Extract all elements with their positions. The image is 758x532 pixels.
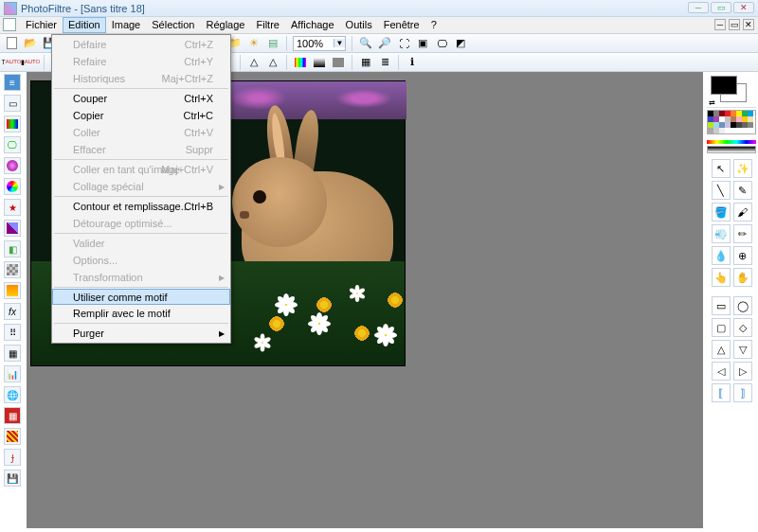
poly-left-shape-icon[interactable]: ◁ <box>712 362 731 381</box>
doc-restore-button[interactable]: ▭ <box>729 19 740 30</box>
menu-item-contour-et-remplissage-[interactable]: Contour et remplissage...Ctrl+B <box>52 198 230 215</box>
crop-icon[interactable]: ◩ <box>453 36 468 51</box>
lt-star-icon[interactable]: ★ <box>4 199 21 216</box>
fit-icon[interactable]: ⛶ <box>396 36 411 51</box>
value-strip[interactable] <box>707 146 756 153</box>
spray-tool-icon[interactable]: 💨 <box>712 224 731 243</box>
menu-item-shortcut: Suppr <box>186 144 213 155</box>
lt-orange-icon[interactable] <box>4 282 21 299</box>
hand-tool-icon[interactable]: ✋ <box>733 268 752 287</box>
menu-reglage[interactable]: Réglage <box>201 17 251 33</box>
menu-selection[interactable]: Sélection <box>146 17 200 33</box>
lt-cross-icon[interactable]: Ɉ <box>4 449 21 466</box>
zoom-combo[interactable]: 100% ▼ <box>293 36 346 51</box>
lt-dots-icon[interactable]: ⠿ <box>4 324 21 341</box>
title-bar: PhotoFiltre - [Sans titre 18] <box>0 0 758 17</box>
gradient-icon[interactable] <box>312 55 327 70</box>
tri-up-shape-icon[interactable]: △ <box>712 340 731 359</box>
ellipse-shape-icon[interactable]: ◯ <box>733 296 752 315</box>
tri-down-shape-icon[interactable]: ▽ <box>733 340 752 359</box>
pointer-tool-icon[interactable]: ↖ <box>712 159 731 178</box>
info-icon[interactable]: ℹ <box>405 55 420 70</box>
doc-close-button[interactable]: ✕ <box>743 19 754 30</box>
brush-tool-icon[interactable]: 🖌 <box>733 203 752 222</box>
rrect-shape-icon[interactable]: ▢ <box>712 318 731 337</box>
lt-patch-icon[interactable]: ▦ <box>4 407 21 424</box>
lt-diag-icon[interactable] <box>4 220 21 237</box>
menu-help[interactable]: ? <box>425 17 442 33</box>
menu-outils[interactable]: Outils <box>340 17 378 33</box>
menu-item-shortcut: Maj+Ctrl+V <box>161 164 213 175</box>
drop-tool-icon[interactable]: 💧 <box>712 246 731 265</box>
bracket-l-icon[interactable]: ⟦ <box>712 383 731 402</box>
menu-fenetre[interactable]: Fenêtre <box>378 17 425 33</box>
palette-cell[interactable] <box>748 122 753 128</box>
smudge-tool-icon[interactable]: 👆 <box>712 268 731 287</box>
zoomin-icon[interactable]: 🔍 <box>358 36 373 51</box>
menu-fichier[interactable]: Fichier <box>20 17 63 33</box>
wand-tool-icon[interactable]: ✨ <box>733 159 752 178</box>
tri2-icon[interactable]: △ <box>265 55 280 70</box>
new-icon[interactable] <box>4 36 19 51</box>
minimize-button[interactable]: ─ <box>688 2 709 13</box>
swap-colors-icon[interactable]: ⇄ <box>709 98 715 107</box>
rect-shape-icon[interactable]: ▭ <box>712 296 731 315</box>
doc-minimize-button[interactable]: ─ <box>714 19 726 30</box>
actual-icon[interactable]: ▣ <box>415 36 430 51</box>
diamond-shape-icon[interactable]: ◇ <box>733 318 752 337</box>
lt-cube-icon[interactable]: ◧ <box>4 240 21 257</box>
lt-crop-icon[interactable]: ▭ <box>4 95 21 112</box>
lt-sphere-icon[interactable] <box>4 157 21 174</box>
lt-grid-icon[interactable]: ▦ <box>4 345 21 362</box>
pencil-tool-icon[interactable]: ✏ <box>733 224 752 243</box>
maximize-button[interactable]: ▭ <box>711 2 731 13</box>
lt-bars-icon[interactable]: 📊 <box>4 365 21 382</box>
auto-contrast-icon[interactable]: ▮AUTO <box>23 55 38 70</box>
manager-icon[interactable]: ▤ <box>265 36 280 51</box>
fullscreen-icon[interactable]: 🖵 <box>434 36 449 51</box>
pen-tool-icon[interactable]: ✎ <box>733 181 752 200</box>
menu-filtre[interactable]: Filtre <box>250 17 284 33</box>
palette-cell[interactable] <box>725 128 731 133</box>
poly-right-shape-icon[interactable]: ▷ <box>733 362 752 381</box>
lt-fx-icon[interactable]: fx <box>4 303 21 320</box>
color-swatch[interactable]: ⇄ <box>707 74 756 108</box>
menu-edition[interactable]: Edition <box>63 17 106 33</box>
clone-tool-icon[interactable]: ⊕ <box>733 246 752 265</box>
menu-item-utiliser-comme-motif[interactable]: Utiliser comme motif <box>52 289 230 305</box>
menu-image[interactable]: Image <box>106 17 147 33</box>
hue-strip[interactable] <box>707 140 756 144</box>
lt-checker-icon[interactable] <box>4 261 21 278</box>
layers-icon[interactable]: ≣ <box>377 55 392 70</box>
fill-tool-icon[interactable]: 🪣 <box>712 203 731 222</box>
lt-globe-icon[interactable]: 🌐 <box>4 386 21 403</box>
menu-item-label: Couper <box>73 93 107 104</box>
rgb-icon[interactable] <box>293 55 308 70</box>
menu-item-couper[interactable]: CouperCtrl+X <box>52 90 230 107</box>
grey-icon[interactable] <box>331 55 346 70</box>
menu-item-label: Refaire <box>73 56 106 67</box>
lt-save-icon[interactable]: 💾 <box>4 470 21 487</box>
zoom-arrow-icon[interactable]: ▼ <box>334 39 345 47</box>
lt-stripes-icon[interactable] <box>4 428 21 445</box>
menu-affichage[interactable]: Affichage <box>285 17 340 33</box>
grid-icon[interactable]: ▦ <box>358 55 373 70</box>
menu-item-remplir-avec-le-motif[interactable]: Remplir avec le motif <box>52 305 230 322</box>
line-tool-icon[interactable]: ╲ <box>712 181 731 200</box>
menu-item-purger[interactable]: Purger▶ <box>52 325 230 342</box>
tri1-icon[interactable]: △ <box>246 55 262 70</box>
open-icon[interactable]: 📂 <box>23 36 38 51</box>
lt-rgb-icon[interactable] <box>4 115 21 133</box>
menu-item-copier[interactable]: CopierCtrl+C <box>52 107 230 124</box>
auto-levels-icon[interactable]: TAUTO <box>4 55 19 70</box>
lt-gradient-icon[interactable] <box>4 178 21 195</box>
bracket-r-icon[interactable]: ⟧ <box>733 383 752 402</box>
lt-screen-icon[interactable]: 🖵 <box>4 136 21 153</box>
lt-layers-icon[interactable]: ≡ <box>4 74 21 91</box>
close-button[interactable]: ✕ <box>733 2 754 13</box>
foreground-color-swatch[interactable] <box>711 76 737 95</box>
color-palette[interactable] <box>707 110 756 134</box>
tile-icon[interactable]: ☀ <box>246 36 262 51</box>
zoomout-icon[interactable]: 🔎 <box>377 36 392 51</box>
document-icon <box>3 18 16 31</box>
